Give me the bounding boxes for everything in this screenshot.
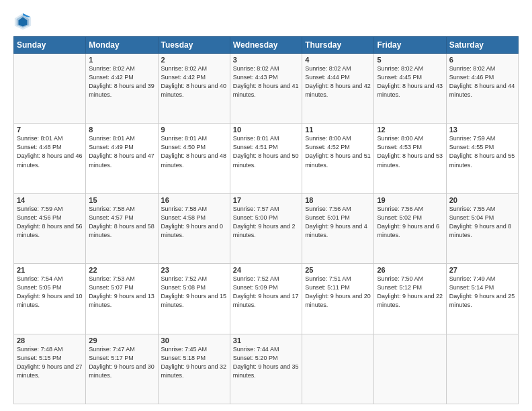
day-number: 17 [233, 196, 299, 204]
day-number: 5 [377, 56, 443, 64]
day-info: Sunrise: 8:02 AMSunset: 4:46 PMDaylight:… [449, 64, 515, 99]
day-number: 9 [161, 126, 227, 134]
calendar-header-row: SundayMondayTuesdayWednesdayThursdayFrid… [14, 37, 519, 54]
calendar-cell: 31 Sunrise: 7:44 AMSunset: 5:20 PMDaylig… [230, 334, 302, 404]
day-number: 19 [377, 196, 443, 204]
day-number: 16 [161, 196, 227, 204]
calendar-cell: 27 Sunrise: 7:49 AMSunset: 5:14 PMDaylig… [446, 264, 518, 334]
day-number: 20 [449, 196, 515, 204]
calendar-cell: 11 Sunrise: 8:00 AMSunset: 4:52 PMDaylig… [302, 124, 374, 193]
logo-icon [13, 12, 32, 31]
calendar-header-sunday: Sunday [14, 37, 86, 54]
calendar-cell: 14 Sunrise: 7:59 AMSunset: 4:56 PMDaylig… [14, 193, 86, 263]
calendar-cell: 2 Sunrise: 8:02 AMSunset: 4:42 PMDayligh… [158, 54, 230, 124]
day-info: Sunrise: 7:44 AMSunset: 5:20 PMDaylight:… [233, 345, 299, 380]
calendar-cell: 25 Sunrise: 7:51 AMSunset: 5:11 PMDaylig… [302, 264, 374, 334]
day-number: 26 [377, 266, 443, 274]
calendar-week-1: 1 Sunrise: 8:02 AMSunset: 4:42 PMDayligh… [14, 54, 519, 124]
calendar-cell [14, 54, 86, 124]
day-number: 15 [89, 196, 154, 204]
calendar-header-tuesday: Tuesday [158, 37, 230, 54]
day-number: 14 [17, 196, 83, 204]
calendar-cell: 19 Sunrise: 7:56 AMSunset: 5:02 PMDaylig… [374, 193, 446, 263]
day-info: Sunrise: 8:02 AMSunset: 4:42 PMDaylight:… [161, 64, 227, 99]
day-number: 21 [17, 266, 83, 274]
day-number: 31 [233, 336, 299, 345]
day-info: Sunrise: 8:02 AMSunset: 4:44 PMDaylight:… [305, 64, 371, 99]
day-info: Sunrise: 7:56 AMSunset: 5:02 PMDaylight:… [377, 205, 443, 240]
calendar-cell: 18 Sunrise: 7:56 AMSunset: 5:01 PMDaylig… [302, 193, 374, 263]
calendar-cell: 17 Sunrise: 7:57 AMSunset: 5:00 PMDaylig… [230, 193, 302, 263]
day-number: 22 [89, 266, 154, 274]
calendar-week-5: 28 Sunrise: 7:48 AMSunset: 5:15 PMDaylig… [14, 334, 519, 404]
day-number: 29 [89, 336, 154, 345]
day-number: 18 [305, 196, 371, 204]
calendar-cell [446, 334, 518, 404]
calendar-cell: 5 Sunrise: 8:02 AMSunset: 4:45 PMDayligh… [374, 54, 446, 124]
day-number: 4 [305, 56, 371, 64]
day-info: Sunrise: 8:02 AMSunset: 4:42 PMDaylight:… [89, 64, 154, 99]
calendar-cell: 7 Sunrise: 8:01 AMSunset: 4:48 PMDayligh… [14, 124, 86, 193]
day-info: Sunrise: 8:01 AMSunset: 4:48 PMDaylight:… [17, 134, 83, 169]
day-info: Sunrise: 7:52 AMSunset: 5:09 PMDaylight:… [233, 275, 299, 310]
day-number: 25 [305, 266, 371, 274]
calendar-cell: 22 Sunrise: 7:53 AMSunset: 5:07 PMDaylig… [86, 264, 158, 334]
calendar-header-monday: Monday [86, 37, 158, 54]
calendar-cell: 20 Sunrise: 7:55 AMSunset: 5:04 PMDaylig… [446, 193, 518, 263]
day-number: 11 [305, 126, 371, 134]
day-info: Sunrise: 8:01 AMSunset: 4:49 PMDaylight:… [89, 134, 154, 169]
day-number: 27 [449, 266, 515, 274]
day-info: Sunrise: 7:59 AMSunset: 4:56 PMDaylight:… [17, 205, 83, 240]
calendar-cell: 28 Sunrise: 7:48 AMSunset: 5:15 PMDaylig… [14, 334, 86, 404]
logo [13, 12, 35, 31]
calendar-week-4: 21 Sunrise: 7:54 AMSunset: 5:05 PMDaylig… [14, 264, 519, 334]
calendar-cell: 1 Sunrise: 8:02 AMSunset: 4:42 PMDayligh… [86, 54, 158, 124]
day-info: Sunrise: 8:00 AMSunset: 4:52 PMDaylight:… [305, 134, 371, 169]
day-info: Sunrise: 8:02 AMSunset: 4:45 PMDaylight:… [377, 64, 443, 99]
day-number: 23 [161, 266, 227, 274]
day-info: Sunrise: 7:48 AMSunset: 5:15 PMDaylight:… [17, 345, 83, 380]
header [13, 12, 519, 31]
calendar-cell: 26 Sunrise: 7:50 AMSunset: 5:12 PMDaylig… [374, 264, 446, 334]
day-number: 7 [17, 126, 83, 134]
calendar-header-friday: Friday [374, 37, 446, 54]
calendar-header-thursday: Thursday [302, 37, 374, 54]
page: SundayMondayTuesdayWednesdayThursdayFrid… [0, 0, 532, 411]
day-info: Sunrise: 7:58 AMSunset: 4:57 PMDaylight:… [89, 205, 154, 240]
calendar-cell: 13 Sunrise: 7:59 AMSunset: 4:55 PMDaylig… [446, 124, 518, 193]
calendar-cell: 21 Sunrise: 7:54 AMSunset: 5:05 PMDaylig… [14, 264, 86, 334]
day-number: 13 [449, 126, 515, 134]
day-info: Sunrise: 7:50 AMSunset: 5:12 PMDaylight:… [377, 275, 443, 310]
calendar-cell: 12 Sunrise: 8:00 AMSunset: 4:53 PMDaylig… [374, 124, 446, 193]
calendar-cell: 29 Sunrise: 7:47 AMSunset: 5:17 PMDaylig… [86, 334, 158, 404]
day-number: 2 [161, 56, 227, 64]
calendar-cell: 10 Sunrise: 8:01 AMSunset: 4:51 PMDaylig… [230, 124, 302, 193]
day-number: 6 [449, 56, 515, 64]
day-number: 10 [233, 126, 299, 134]
day-info: Sunrise: 8:01 AMSunset: 4:50 PMDaylight:… [161, 134, 227, 169]
day-number: 30 [161, 336, 227, 345]
calendar-table: SundayMondayTuesdayWednesdayThursdayFrid… [13, 36, 519, 404]
calendar-cell: 30 Sunrise: 7:45 AMSunset: 5:18 PMDaylig… [158, 334, 230, 404]
day-number: 3 [233, 56, 299, 64]
calendar-cell [302, 334, 374, 404]
calendar-cell: 6 Sunrise: 8:02 AMSunset: 4:46 PMDayligh… [446, 54, 518, 124]
day-number: 8 [89, 126, 154, 134]
day-info: Sunrise: 7:51 AMSunset: 5:11 PMDaylight:… [305, 275, 371, 310]
calendar-cell: 4 Sunrise: 8:02 AMSunset: 4:44 PMDayligh… [302, 54, 374, 124]
calendar-header-wednesday: Wednesday [230, 37, 302, 54]
calendar-cell: 9 Sunrise: 8:01 AMSunset: 4:50 PMDayligh… [158, 124, 230, 193]
day-number: 12 [377, 126, 443, 134]
calendar-cell: 15 Sunrise: 7:58 AMSunset: 4:57 PMDaylig… [86, 193, 158, 263]
calendar-cell: 23 Sunrise: 7:52 AMSunset: 5:08 PMDaylig… [158, 264, 230, 334]
day-info: Sunrise: 7:52 AMSunset: 5:08 PMDaylight:… [161, 275, 227, 310]
day-info: Sunrise: 7:58 AMSunset: 4:58 PMDaylight:… [161, 205, 227, 240]
calendar-week-2: 7 Sunrise: 8:01 AMSunset: 4:48 PMDayligh… [14, 124, 519, 193]
day-info: Sunrise: 7:53 AMSunset: 5:07 PMDaylight:… [89, 275, 154, 310]
day-info: Sunrise: 8:02 AMSunset: 4:43 PMDaylight:… [233, 64, 299, 99]
calendar-cell: 16 Sunrise: 7:58 AMSunset: 4:58 PMDaylig… [158, 193, 230, 263]
calendar-cell: 3 Sunrise: 8:02 AMSunset: 4:43 PMDayligh… [230, 54, 302, 124]
day-info: Sunrise: 7:45 AMSunset: 5:18 PMDaylight:… [161, 345, 227, 380]
day-number: 28 [17, 336, 83, 345]
day-number: 1 [89, 56, 154, 64]
